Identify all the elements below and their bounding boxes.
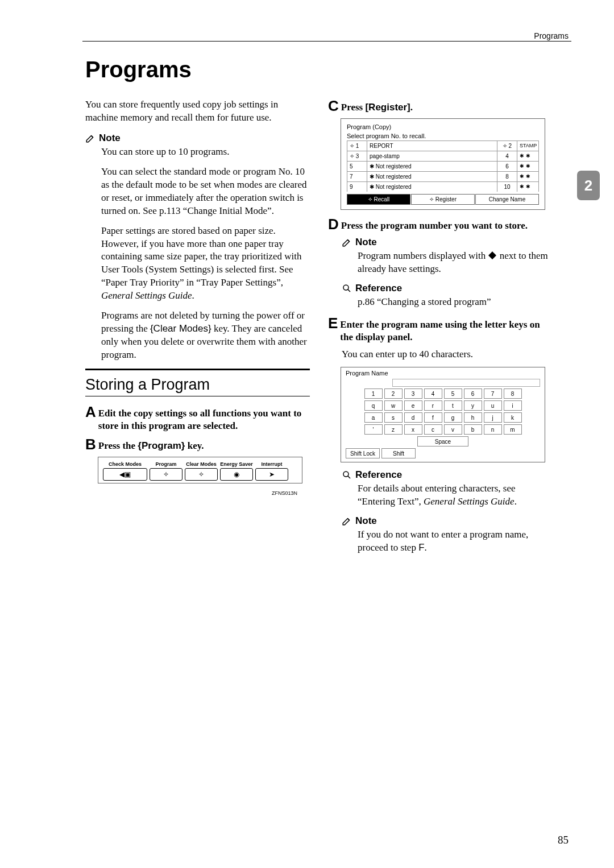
program-key-label: {Program} xyxy=(138,440,185,451)
right-column: C Press [Register]. Program (Copy) Selec… xyxy=(328,98,553,561)
clear-modes-key-label: {Clear Modes} xyxy=(150,323,211,334)
fig1-btn-energy: ◉ xyxy=(220,468,253,481)
fig2-row: ✧ 3page-stamp4✱ ✱ xyxy=(347,151,539,161)
fig2-tab-recall: ✧ Recall xyxy=(347,194,410,205)
kb-shift: Shift xyxy=(381,448,416,458)
step-d: D Press the program number you want to s… xyxy=(328,217,553,232)
fig1-btn-program: ✧ xyxy=(150,468,182,481)
magnifier-icon xyxy=(342,470,352,480)
kb-space: Space xyxy=(417,436,468,447)
register-button-label: [Register] xyxy=(365,102,410,113)
note-heading: Note xyxy=(85,133,310,144)
step-e-letter: E xyxy=(328,316,338,330)
kb-row-4: 'zxcvbnm xyxy=(346,424,540,435)
step-b-letter: B xyxy=(85,437,96,452)
header-label: Programs xyxy=(534,31,569,40)
chapter-tab: 2 xyxy=(577,171,600,200)
figure-register: Program (Copy) Select program No. to rec… xyxy=(341,118,545,210)
note-2: You can select the standard mode or prog… xyxy=(101,166,310,218)
diamond-icon xyxy=(488,251,497,260)
note-d-text: Program numbers displayed with next to t… xyxy=(358,250,553,276)
fig1-code: ZFNS013N xyxy=(85,490,297,496)
ref-e-text: For details about entering characters, s… xyxy=(358,482,553,509)
figure-keyboard: Program Name 12345678 qwertyui asdfghjk … xyxy=(341,367,545,462)
note-3: Paper settings are stored based on paper… xyxy=(101,225,310,303)
magnifier-icon xyxy=(342,283,352,294)
step-c-letter: C xyxy=(328,98,339,113)
step-e-subtext: You can enter up to 40 characters. xyxy=(342,348,553,361)
fig1-label-interrupt: Interrupt xyxy=(262,461,283,467)
note-label: Note xyxy=(99,133,121,144)
fig2-tab-register: ✧ Register xyxy=(411,194,475,205)
page-title: Programs xyxy=(85,57,574,82)
intro-text: You can store frequently used copy job s… xyxy=(85,98,310,125)
kb-row-3: asdfghjk xyxy=(346,412,540,423)
kb-row-2: qwertyui xyxy=(346,400,540,411)
figure-program-key: Check Modes◀▣ Program✧ Clear Modes✧ Ener… xyxy=(98,457,302,483)
fig1-label-check: Check Modes xyxy=(109,461,142,467)
pencil-icon xyxy=(342,237,352,247)
step-d-text: Press the program number you want to sto… xyxy=(341,217,528,232)
kb-row-1: 12345678 xyxy=(346,388,540,399)
step-e-text: Enter the program name using the letter … xyxy=(340,316,553,344)
ref-d-text: p.86 “Changing a stored program” xyxy=(358,296,553,309)
note-e-text: If you do not want to enter a program na… xyxy=(358,528,553,555)
step-a: A Edit the copy settings so all function… xyxy=(85,404,310,432)
section-rule-bottom xyxy=(85,396,310,396)
fig1-btn-check: ◀▣ xyxy=(103,468,147,481)
step-b-text: Press the {Program} key. xyxy=(98,437,204,452)
fig1-btn-clear: ✧ xyxy=(185,468,218,481)
ref-label-d: Reference xyxy=(355,283,402,294)
step-a-letter: A xyxy=(85,404,96,419)
ref-label-e: Reference xyxy=(355,469,402,481)
fig2-subtitle: Select program No. to recall. xyxy=(345,131,541,140)
note-1: You can store up to 10 programs. xyxy=(101,146,310,159)
note-heading-d: Note xyxy=(342,237,553,248)
step-c: C Press [Register]. xyxy=(328,98,553,114)
storing-heading: Storing a Program xyxy=(85,376,310,394)
fig1-label-program: Program xyxy=(155,461,176,467)
kb-row-space: Space xyxy=(346,436,540,447)
fig1-label-energy: Energy Saver xyxy=(220,461,253,467)
section-rule-top xyxy=(85,369,310,370)
step-b: B Press the {Program} key. xyxy=(85,437,310,452)
step-e: E Enter the program name using the lette… xyxy=(328,316,553,344)
step-a-text: Edit the copy settings so all functions … xyxy=(98,404,310,432)
kb-row-shift: Shift Lock Shift xyxy=(346,448,540,458)
note-4: Programs are not deleted by turning the … xyxy=(101,309,310,362)
content-columns: You can store frequently used copy job s… xyxy=(85,98,574,561)
kb-shiftlock: Shift Lock xyxy=(346,448,380,458)
fig3-title: Program Name xyxy=(341,367,545,379)
fig1-label-clear: Clear Modes xyxy=(186,461,217,467)
fig2-row: 9✱ Not registered10✱ ✱ xyxy=(347,181,539,192)
header-rule xyxy=(82,41,571,42)
pencil-icon xyxy=(342,516,352,526)
page-number: 85 xyxy=(558,834,569,846)
fig2-row: 7✱ Not registered8✱ ✱ xyxy=(347,171,539,181)
left-column: You can store frequently used copy job s… xyxy=(85,98,310,561)
fig1-btn-interrupt: ➤ xyxy=(255,468,288,481)
note-heading-e: Note xyxy=(342,515,553,527)
fig2-row: 5✱ Not registered6✱ ✱ xyxy=(347,161,539,171)
fig2-row: ✧ 1REPORT✧ 2STAMP xyxy=(347,140,539,151)
fig2-tab-change: Change Name xyxy=(475,194,539,205)
note-label-e: Note xyxy=(355,515,377,527)
pencil-icon xyxy=(85,133,96,143)
fig2-title: Program (Copy) xyxy=(345,122,541,131)
reference-heading-d: Reference xyxy=(342,283,553,294)
step-d-letter: D xyxy=(328,217,339,232)
step-c-text: Press [Register]. xyxy=(341,98,413,114)
reference-heading-e: Reference xyxy=(342,469,553,481)
note-label-d: Note xyxy=(355,237,377,248)
